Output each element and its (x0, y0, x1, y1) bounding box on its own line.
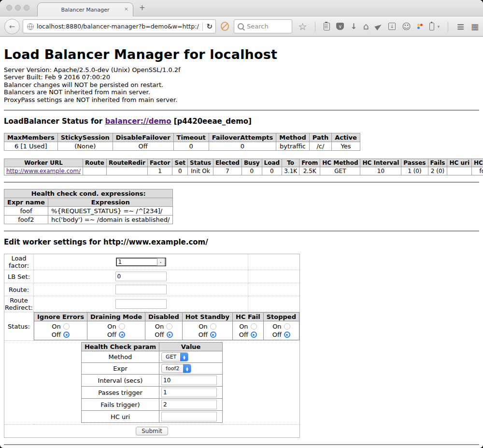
column-header: Health Check param (81, 343, 159, 351)
cell: 6 [1 Used] (4, 142, 58, 151)
status-column-header: Hot Standby (182, 313, 232, 321)
balancer-demo-link[interactable]: balancer://demo (105, 117, 171, 126)
blocked-content-icon[interactable] (221, 22, 229, 31)
health-param-row: MethodGET▲▼ (81, 351, 222, 363)
url-text[interactable]: localhost:8880/balancer-manager?b=demo&w… (37, 23, 199, 30)
divider (4, 110, 479, 111)
submit-button[interactable]: Submit (136, 427, 168, 435)
divider (4, 231, 479, 231)
battery-extension-icon[interactable] (429, 23, 434, 30)
reading-list-icon[interactable] (324, 23, 330, 30)
close-window-button[interactable] (6, 5, 12, 11)
column-header: From (299, 159, 320, 167)
column-header: Status (188, 159, 213, 167)
server-info-line: Balancers are NOT inherited from main se… (4, 88, 479, 96)
worker-url-link[interactable]: http://www.example.com/ (6, 168, 81, 174)
colored-dots-extension-icon[interactable] (417, 24, 423, 29)
field-label: Load factor: (4, 254, 34, 270)
table-row: http://www.example.com/10Init Ok7003.1K2… (4, 167, 483, 175)
grid-extension-icon[interactable]: ▦ (471, 22, 479, 31)
column-header: Value (159, 343, 223, 351)
radio-off[interactable] (167, 332, 173, 338)
health-param-row: Health Check paramValueMethodGET▲▼Exprfo… (4, 341, 300, 425)
param-input[interactable] (161, 376, 217, 385)
radio-on[interactable] (166, 323, 172, 330)
param-label: Interval (secs) (81, 375, 159, 387)
param-value-cell (159, 375, 223, 387)
radio-on[interactable] (119, 323, 125, 330)
param-label: HC uri (81, 411, 159, 423)
save-to-device-icon[interactable]: ↓ (388, 23, 396, 30)
send-tab-icon[interactable] (374, 22, 383, 30)
param-input[interactable] (161, 412, 217, 421)
reload-icon[interactable]: ↻ (206, 22, 213, 31)
chevron-down-icon[interactable]: ▾ (438, 24, 440, 29)
worker-url-cell: http://www.example.com/ (4, 167, 83, 175)
cell (106, 167, 147, 175)
server-info-line: Balancer changes will NOT be persisted o… (4, 81, 479, 88)
radio-line: On (36, 322, 85, 331)
pocket-icon[interactable]: ∨ (336, 23, 344, 30)
toolbar-separator (448, 22, 448, 31)
radio-line: Off (235, 331, 261, 339)
number-spinner[interactable]: ▴ (157, 258, 165, 266)
radio-off[interactable] (284, 332, 290, 338)
page-content: Load Balancer Manager for localhost Serv… (0, 37, 483, 445)
radio-line: On (185, 322, 230, 331)
radio-on[interactable] (63, 323, 70, 330)
param-input[interactable] (161, 400, 217, 409)
column-header: Expression (48, 198, 173, 207)
load-factor-stepper[interactable]: 1▴ (116, 258, 166, 266)
downloads-icon[interactable]: ↓ (350, 23, 356, 30)
param-select[interactable]: GET▲▼ (161, 352, 188, 361)
radio-line: Off (185, 331, 230, 339)
health-param-row: Exprfoof2▲▼ (81, 363, 222, 375)
zoom-window-button[interactable] (24, 5, 29, 11)
status-radio-cell: OnOff (263, 321, 299, 340)
cell: 2 (0) (428, 167, 447, 175)
menu-hamburger-icon[interactable]: ≡ (456, 21, 465, 32)
home-icon[interactable]: ⌂ (363, 22, 369, 31)
column-header: Fails (428, 159, 447, 167)
dot (417, 27, 420, 29)
new-tab-button[interactable]: + (139, 3, 145, 12)
radio-on[interactable] (251, 323, 257, 330)
back-button[interactable]: ← (4, 19, 20, 34)
radio-line: Off (266, 331, 297, 339)
form-field-row: LB Set: (4, 270, 300, 283)
param-label: Method (81, 351, 159, 363)
browser-window: Balancer Manager × + ← localhost:8880/ba… (0, 0, 483, 448)
cell: GET (320, 167, 360, 175)
column-header: HC Expr (472, 159, 483, 167)
divider (4, 444, 479, 445)
radio-off[interactable] (119, 332, 125, 338)
text-field[interactable] (115, 299, 167, 309)
search-input[interactable]: Search (234, 19, 293, 33)
column-header: HC Method (320, 159, 360, 167)
radio-off[interactable] (63, 332, 70, 338)
column-header: To (282, 159, 299, 167)
radio-on[interactable] (284, 323, 290, 330)
select-stepper-icon: ▲▼ (180, 353, 188, 361)
radio-on[interactable] (210, 323, 216, 330)
radio-label: On (239, 322, 248, 331)
url-bar[interactable]: localhost:8880/balancer-manager?b=demo&w… (23, 19, 216, 33)
form-field-row: Route: (4, 283, 300, 296)
emoji-extension-icon[interactable]: ☺ (402, 22, 411, 31)
bookmark-star-icon[interactable]: ☆ (298, 22, 307, 31)
radio-line: Off (147, 331, 180, 339)
radio-off[interactable] (251, 332, 257, 338)
param-select[interactable]: foof2▲▼ (161, 364, 191, 373)
param-input[interactable] (161, 388, 217, 397)
text-field[interactable] (115, 285, 167, 294)
minimize-window-button[interactable] (15, 5, 21, 11)
cell: 1 (147, 167, 172, 175)
tab-close-icon[interactable]: × (124, 6, 128, 12)
table-row: foof%{REQUEST_STATUS} =~ /^[234]/ (4, 207, 173, 216)
field-spacer (248, 283, 300, 296)
cell: Off (113, 142, 173, 151)
cell: 0 (172, 167, 188, 175)
radio-off[interactable] (210, 332, 216, 338)
text-field[interactable] (115, 272, 167, 281)
tab-balancer-manager[interactable]: Balancer Manager × (37, 2, 133, 16)
